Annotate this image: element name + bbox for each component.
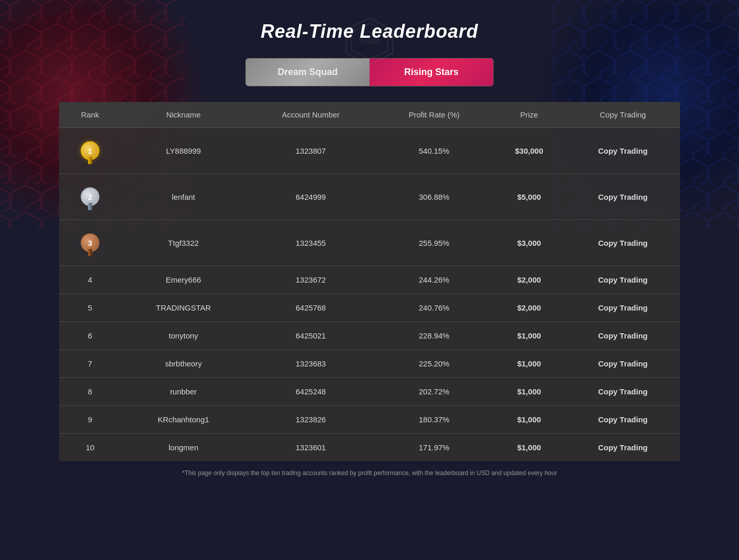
profit-cell: 306.88% bbox=[376, 174, 493, 220]
table-header-row: Rank Nickname Account Number Profit Rate… bbox=[59, 102, 680, 128]
table-row: 4Emery6661323672244.26%$2,000Copy Tradin… bbox=[59, 266, 680, 294]
svg-rect-12 bbox=[90, 203, 92, 210]
profit-cell: 540.15% bbox=[376, 128, 493, 174]
profit-cell: 255.95% bbox=[376, 220, 493, 266]
account-cell: 6425248 bbox=[246, 378, 376, 406]
account-cell: 6425768 bbox=[246, 294, 376, 322]
table-row: 1 LY8889991323807540.15%$30,000Copy Trad… bbox=[59, 128, 680, 174]
col-rank: Rank bbox=[59, 102, 121, 128]
table-row: 6tonytony6425021228.94%$1,000Copy Tradin… bbox=[59, 322, 680, 350]
prize-cell: $1,000 bbox=[493, 378, 566, 406]
col-copy-trading: Copy Trading bbox=[566, 102, 680, 128]
account-cell: 6425021 bbox=[246, 322, 376, 350]
prize-cell: $2,000 bbox=[493, 266, 566, 294]
nickname-cell: sbrbtheory bbox=[121, 350, 246, 378]
nickname-cell: TRADINGSTAR bbox=[121, 294, 246, 322]
copy-trading-cell[interactable]: Copy Trading bbox=[566, 294, 680, 322]
rank-cell-4: 4 bbox=[59, 266, 121, 294]
account-cell: 1323683 bbox=[246, 350, 376, 378]
nickname-cell: tonytony bbox=[121, 322, 246, 350]
account-cell: 1323455 bbox=[246, 220, 376, 266]
profit-cell: 244.26% bbox=[376, 266, 493, 294]
nickname-cell: lenfant bbox=[121, 174, 246, 220]
prize-cell: $1,000 bbox=[493, 350, 566, 378]
nickname-cell: longmen bbox=[121, 434, 246, 462]
copy-trading-cell[interactable]: Copy Trading bbox=[566, 322, 680, 350]
nickname-cell: Ttgf3322 bbox=[121, 220, 246, 266]
table-row: 8runbber6425248202.72%$1,000Copy Trading bbox=[59, 378, 680, 406]
copy-trading-cell[interactable]: Copy Trading bbox=[566, 128, 680, 174]
prize-cell: $2,000 bbox=[493, 294, 566, 322]
prize-cell: $1,000 bbox=[493, 406, 566, 434]
disclaimer: *This page only displays the top ten tra… bbox=[182, 469, 557, 477]
svg-rect-9 bbox=[88, 157, 90, 164]
col-nickname: Nickname bbox=[121, 102, 246, 128]
profit-cell: 240.76% bbox=[376, 294, 493, 322]
page-content: TRADE Real-Time Leaderboard Dream Squad … bbox=[0, 0, 739, 492]
medal-1: 1 bbox=[78, 137, 102, 164]
table-row: 5TRADINGSTAR6425768240.76%$2,000Copy Tra… bbox=[59, 294, 680, 322]
rank-cell-3: 3 bbox=[59, 220, 121, 266]
svg-rect-11 bbox=[88, 203, 90, 210]
medal-2: 2 bbox=[78, 183, 102, 210]
nickname-cell: runbber bbox=[121, 378, 246, 406]
col-profit: Profit Rate (%) bbox=[376, 102, 493, 128]
profit-cell: 225.20% bbox=[376, 350, 493, 378]
nickname-cell: LY888999 bbox=[121, 128, 246, 174]
copy-trading-cell[interactable]: Copy Trading bbox=[566, 378, 680, 406]
svg-rect-14 bbox=[90, 249, 92, 256]
profit-cell: 202.72% bbox=[376, 378, 493, 406]
prize-cell: $1,000 bbox=[493, 322, 566, 350]
copy-trading-cell[interactable]: Copy Trading bbox=[566, 350, 680, 378]
table-row: 2 lenfant6424999306.88%$5,000Copy Tradin… bbox=[59, 174, 680, 220]
account-cell: 1323807 bbox=[246, 128, 376, 174]
copy-trading-cell[interactable]: Copy Trading bbox=[566, 266, 680, 294]
copy-trading-cell[interactable]: Copy Trading bbox=[566, 406, 680, 434]
col-prize: Prize bbox=[493, 102, 566, 128]
copy-trading-cell[interactable]: Copy Trading bbox=[566, 434, 680, 462]
profit-cell: 180.37% bbox=[376, 406, 493, 434]
rank-cell-6: 6 bbox=[59, 322, 121, 350]
col-account: Account Number bbox=[246, 102, 376, 128]
rank-cell-5: 5 bbox=[59, 294, 121, 322]
rank-cell-9: 9 bbox=[59, 406, 121, 434]
rank-cell-7: 7 bbox=[59, 350, 121, 378]
prize-cell: $3,000 bbox=[493, 220, 566, 266]
account-cell: 1323672 bbox=[246, 266, 376, 294]
table-row: 7sbrbtheory1323683225.20%$1,000Copy Trad… bbox=[59, 350, 680, 378]
table-row: 9KRchanhtong11323826180.37%$1,000Copy Tr… bbox=[59, 406, 680, 434]
table-row: 3 Ttgf33221323455255.95%$3,000Copy Tradi… bbox=[59, 220, 680, 266]
svg-text:TRADE: TRADE bbox=[359, 38, 380, 46]
profit-cell: 228.94% bbox=[376, 322, 493, 350]
nickname-cell: Emery666 bbox=[121, 266, 246, 294]
medal-3: 3 bbox=[78, 229, 102, 256]
logo-watermark: TRADE bbox=[344, 16, 395, 69]
profit-cell: 171.97% bbox=[376, 434, 493, 462]
copy-trading-cell[interactable]: Copy Trading bbox=[566, 174, 680, 220]
rank-cell-8: 8 bbox=[59, 378, 121, 406]
leaderboard-table: Rank Nickname Account Number Profit Rate… bbox=[59, 102, 680, 461]
account-cell: 1323601 bbox=[246, 434, 376, 462]
table-row: 10longmen1323601171.97%$1,000Copy Tradin… bbox=[59, 434, 680, 462]
prize-cell: $5,000 bbox=[493, 174, 566, 220]
rank-cell-2: 2 bbox=[59, 174, 121, 220]
rank-cell-1: 1 bbox=[59, 128, 121, 174]
copy-trading-cell[interactable]: Copy Trading bbox=[566, 220, 680, 266]
prize-cell: $30,000 bbox=[493, 128, 566, 174]
account-cell: 6424999 bbox=[246, 174, 376, 220]
rank-cell-10: 10 bbox=[59, 434, 121, 462]
svg-rect-13 bbox=[88, 249, 90, 256]
prize-cell: $1,000 bbox=[493, 434, 566, 462]
account-cell: 1323826 bbox=[246, 406, 376, 434]
nickname-cell: KRchanhtong1 bbox=[121, 406, 246, 434]
svg-rect-10 bbox=[90, 157, 92, 164]
